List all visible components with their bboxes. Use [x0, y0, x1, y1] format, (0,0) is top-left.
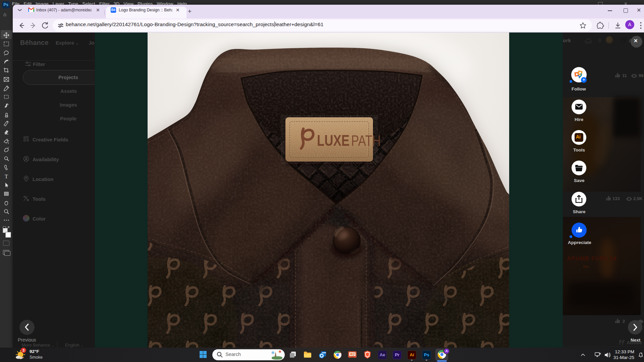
svg-text:LUXE: LUXE [317, 132, 350, 149]
svg-text:PATH: PATH [351, 132, 381, 149]
svg-text:T: T [5, 174, 8, 179]
svg-text:z: z [641, 352, 642, 354]
